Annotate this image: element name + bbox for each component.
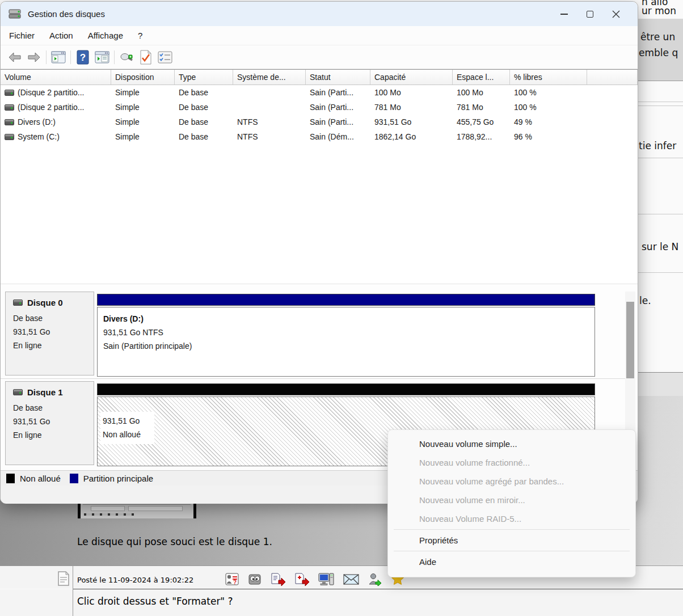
- column-header-systeme[interactable]: Système de...: [233, 70, 306, 85]
- column-header-capacite[interactable]: Capacité: [370, 70, 453, 85]
- toolbar: ?: [1, 46, 638, 69]
- volume-row[interactable]: Divers (D:) Simple De base NTFS Sain (Pa…: [1, 115, 638, 129]
- column-header-disposition[interactable]: Disposition: [111, 70, 175, 85]
- disk-0-row: Disque 0 De base 931,51 Go En ligne Dive…: [1, 290, 626, 379]
- volume-list-header: Volume Disposition Type Système de... St…: [1, 69, 638, 85]
- post-action-icons: ?: [225, 572, 404, 586]
- minimize-button[interactable]: [551, 2, 577, 26]
- toolbar-separator: [46, 50, 47, 64]
- menu-affichage[interactable]: Affichage: [88, 31, 123, 40]
- maximize-button[interactable]: [577, 2, 603, 26]
- bg-table-line: [638, 272, 683, 273]
- volume-icon: [5, 90, 14, 96]
- computer-icon[interactable]: [318, 572, 334, 586]
- menu-separator: [394, 551, 630, 551]
- volume-list: Volume Disposition Type Système de... St…: [1, 69, 638, 284]
- bg-table-line: [638, 214, 683, 214]
- post-date: Posté le 11-09-2024 à 19:02:22: [77, 576, 193, 584]
- bg-text-fragment: le.: [639, 295, 651, 306]
- volume-icon: [5, 104, 14, 111]
- post-image-thumbnail[interactable]: [78, 503, 196, 518]
- screen: n allo ur mon être un emble q tie infer …: [0, 0, 683, 616]
- unallocated-color-bar: [97, 383, 595, 395]
- menu-item-nouveau-volume-fractionne: Nouveau volume fractionné...: [388, 453, 635, 472]
- check-document-button[interactable]: [136, 48, 155, 66]
- window-title: Gestion des disques: [28, 9, 105, 19]
- post-text: Le disque qui pose souci est le disque 1…: [77, 536, 272, 547]
- forward-button[interactable]: [24, 48, 44, 66]
- toolbar-separator: [70, 50, 71, 64]
- volume-row[interactable]: (Disque 2 partitio... Simple De base Sai…: [1, 100, 638, 115]
- close-button[interactable]: [603, 2, 629, 26]
- show-action-pane-button[interactable]: [92, 48, 112, 66]
- column-header-pct-libres[interactable]: % libres: [510, 70, 587, 85]
- legend-label-primary-partition: Partition principale: [83, 474, 153, 483]
- menu-aide[interactable]: ?: [138, 31, 142, 40]
- post-page-icon: [57, 571, 70, 587]
- menu-item-nouveau-volume-agrege: Nouveau volume agrégé par bandes...: [388, 472, 635, 491]
- help-toolbar-button[interactable]: ?: [73, 48, 92, 66]
- column-header-filler: [587, 70, 638, 85]
- checklist-icon: [158, 51, 172, 64]
- svg-text:?: ?: [80, 52, 86, 63]
- menu-fichier[interactable]: Fichier: [9, 31, 35, 40]
- multiquote-icon[interactable]: [294, 572, 309, 586]
- menu-item-nouveau-volume-simple[interactable]: Nouveau volume simple...: [388, 434, 635, 453]
- add-friend-icon[interactable]: [368, 572, 382, 586]
- checklist-button[interactable]: [155, 48, 175, 66]
- footer-divider: [73, 589, 683, 589]
- toolbar-separator: [114, 50, 115, 64]
- disk-0-partition[interactable]: Divers (D:) 931,51 Go NTFS Sain (Partiti…: [97, 294, 595, 377]
- profile-icon[interactable]: ?: [225, 572, 239, 586]
- menu-action[interactable]: Action: [49, 31, 73, 40]
- column-header-volume[interactable]: Volume: [1, 70, 111, 85]
- bg-text-fragment: tie infer: [639, 140, 676, 151]
- disk-management-window: Gestion des disques Fichier Action Affic…: [0, 1, 638, 504]
- bg-text-fragment: sur le N: [642, 241, 678, 252]
- column-header-statut[interactable]: Statut: [306, 70, 370, 85]
- column-header-espace-libre[interactable]: Espace l...: [453, 70, 510, 85]
- bg-text-fragment: ur mon: [642, 5, 676, 16]
- title-bar[interactable]: Gestion des disques: [1, 2, 638, 26]
- bg-text-fragment: emble q: [639, 47, 678, 58]
- menu-item-aide[interactable]: Aide: [388, 552, 635, 571]
- mail-icon[interactable]: [343, 573, 359, 585]
- menu-separator: [394, 529, 630, 530]
- quote-icon[interactable]: [271, 572, 285, 586]
- volume-row[interactable]: System (C:) Simple De base NTFS Sain (Dé…: [1, 129, 638, 144]
- menu-bar: Fichier Action Affichage ?: [1, 26, 638, 45]
- minimize-icon: [560, 14, 568, 15]
- context-menu: Nouveau volume simple... Nouveau volume …: [387, 429, 636, 577]
- disk-1-label[interactable]: Disque 1 De base 931,51 Go En ligne: [5, 381, 94, 465]
- disk-management-app-icon: [9, 9, 22, 20]
- check-document-icon: [140, 50, 152, 65]
- column-header-type[interactable]: Type: [175, 70, 233, 85]
- action-pane-icon: [95, 51, 109, 64]
- menu-item-proprietes[interactable]: Propriétés: [388, 531, 635, 550]
- bg-table-line: [638, 158, 683, 158]
- legend-swatch-primary-partition: [70, 474, 78, 483]
- spy-eyes-icon[interactable]: [248, 572, 262, 586]
- unallocated-label: 931,51 Go Non alloué: [100, 412, 154, 444]
- back-arrow-icon: [8, 52, 22, 63]
- forward-arrow-icon: [27, 52, 41, 63]
- console-tree-icon: [51, 51, 66, 64]
- disk-0-label[interactable]: Disque 0 De base 931,51 Go En ligne: [5, 292, 94, 375]
- partition-color-bar: [97, 294, 595, 306]
- volume-row[interactable]: (Disque 2 partitio... Simple De base Sai…: [1, 85, 638, 100]
- volume-icon: [5, 119, 14, 125]
- help-icon: ?: [77, 50, 89, 65]
- scrollbar-thumb[interactable]: [626, 302, 634, 378]
- maximize-icon: [587, 11, 593, 18]
- thumbnail-detail: [128, 506, 183, 511]
- loupe-button[interactable]: [117, 48, 136, 66]
- menu-item-nouveau-volume-raid5: Nouveau Volume RAID-5...: [388, 509, 635, 528]
- show-console-tree-button[interactable]: [49, 48, 68, 66]
- thumbnail-detail: [84, 513, 134, 516]
- thumbnail-detail: [91, 506, 125, 511]
- thumbnail-detail: [83, 504, 191, 505]
- legend-swatch-unallocated: [6, 474, 15, 483]
- disk-icon: [13, 299, 23, 306]
- back-button[interactable]: [5, 48, 24, 66]
- volume-icon: [5, 134, 14, 140]
